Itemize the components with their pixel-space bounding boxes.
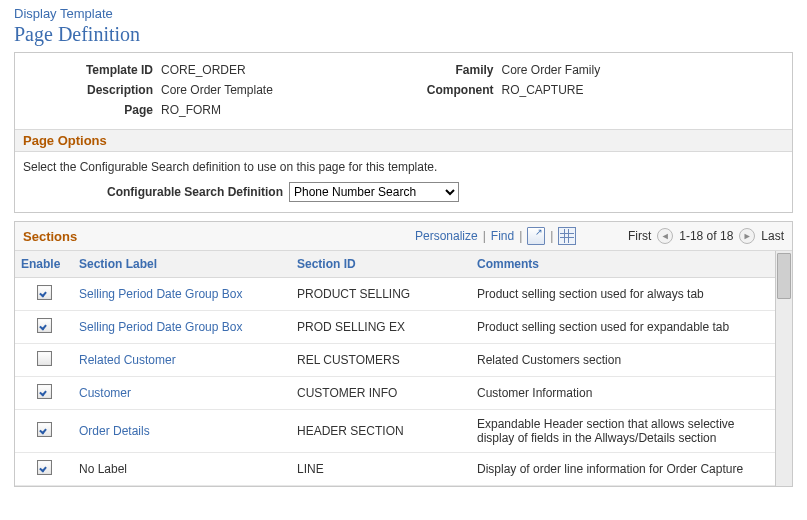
template-id-value: CORE_ORDER — [161, 63, 246, 77]
section-id: LINE — [291, 453, 471, 486]
table-row: Selling Period Date Group BoxPRODUCT SEL… — [15, 278, 775, 311]
section-comments: Display of order line information for Or… — [471, 453, 775, 486]
col-label[interactable]: Section Label — [73, 251, 291, 278]
page-title: Page Definition — [14, 23, 793, 46]
section-label-link[interactable]: Selling Period Date Group Box — [79, 320, 242, 334]
page-value: RO_FORM — [161, 103, 221, 117]
section-comments: Customer Information — [471, 377, 775, 410]
toolbar-separator: | — [517, 229, 524, 243]
section-label-text: No Label — [73, 453, 291, 486]
personalize-link[interactable]: Personalize — [415, 229, 478, 243]
download-grid-icon[interactable] — [558, 227, 576, 245]
nav-first[interactable]: First — [628, 229, 651, 243]
section-id: PRODUCT SELLING — [291, 278, 471, 311]
find-link[interactable]: Find — [491, 229, 514, 243]
nav-range: 1-18 of 18 — [679, 229, 733, 243]
section-comments: Expandable Header section that allows se… — [471, 410, 775, 453]
page-options-header: Page Options — [15, 129, 792, 152]
table-row: Related CustomerREL CUSTOMERSRelated Cus… — [15, 344, 775, 377]
section-id: HEADER SECTION — [291, 410, 471, 453]
table-row: Order DetailsHEADER SECTIONExpandable He… — [15, 410, 775, 453]
section-id: CUSTOMER INFO — [291, 377, 471, 410]
enable-checkbox[interactable] — [37, 285, 52, 300]
section-label-link[interactable]: Customer — [79, 386, 131, 400]
toolbar-separator: | — [481, 229, 488, 243]
sections-panel: Sections Personalize | Find | | First ◄ … — [14, 221, 793, 487]
sections-table: Enable Section Label Section ID Comments… — [15, 251, 775, 486]
section-comments: Product selling section used for expanda… — [471, 311, 775, 344]
toolbar-separator: | — [548, 229, 555, 243]
col-comments[interactable]: Comments — [471, 251, 775, 278]
table-row: Selling Period Date Group BoxPROD SELLIN… — [15, 311, 775, 344]
section-id: REL CUSTOMERS — [291, 344, 471, 377]
enable-checkbox[interactable] — [37, 460, 52, 475]
table-row: CustomerCUSTOMER INFOCustomer Informatio… — [15, 377, 775, 410]
section-label-link[interactable]: Selling Period Date Group Box — [79, 287, 242, 301]
col-id[interactable]: Section ID — [291, 251, 471, 278]
description-value: Core Order Template — [161, 83, 273, 97]
component-label: Component — [404, 83, 502, 97]
scrollbar-thumb[interactable] — [777, 253, 791, 299]
family-value: Core Order Family — [502, 63, 601, 77]
enable-checkbox[interactable] — [37, 384, 52, 399]
component-value: RO_CAPTURE — [502, 83, 584, 97]
section-comments: Related Customers section — [471, 344, 775, 377]
prev-page-icon[interactable]: ◄ — [657, 228, 673, 244]
enable-checkbox[interactable] — [37, 422, 52, 437]
section-label-link[interactable]: Related Customer — [79, 353, 176, 367]
sections-title: Sections — [23, 229, 77, 244]
page-label: Page — [23, 103, 161, 117]
section-label-link[interactable]: Order Details — [79, 424, 150, 438]
csd-select[interactable]: Phone Number Search — [289, 182, 459, 202]
nav-last[interactable]: Last — [761, 229, 784, 243]
template-id-label: Template ID — [23, 63, 161, 77]
description-label: Description — [23, 83, 161, 97]
section-id: PROD SELLING EX — [291, 311, 471, 344]
csd-label: Configurable Search Definition — [23, 185, 289, 199]
zoom-icon[interactable] — [527, 227, 545, 245]
breadcrumb[interactable]: Display Template — [14, 6, 793, 21]
page-options-instruction: Select the Configurable Search definitio… — [23, 160, 784, 174]
next-page-icon[interactable]: ► — [739, 228, 755, 244]
table-row: No LabelLINEDisplay of order line inform… — [15, 453, 775, 486]
family-label: Family — [404, 63, 502, 77]
col-enable[interactable]: Enable — [15, 251, 73, 278]
definition-panel: Template ID CORE_ORDER Family Core Order… — [14, 52, 793, 213]
section-comments: Product selling section used for always … — [471, 278, 775, 311]
enable-checkbox[interactable] — [37, 351, 52, 366]
enable-checkbox[interactable] — [37, 318, 52, 333]
vertical-scrollbar[interactable] — [775, 251, 792, 486]
